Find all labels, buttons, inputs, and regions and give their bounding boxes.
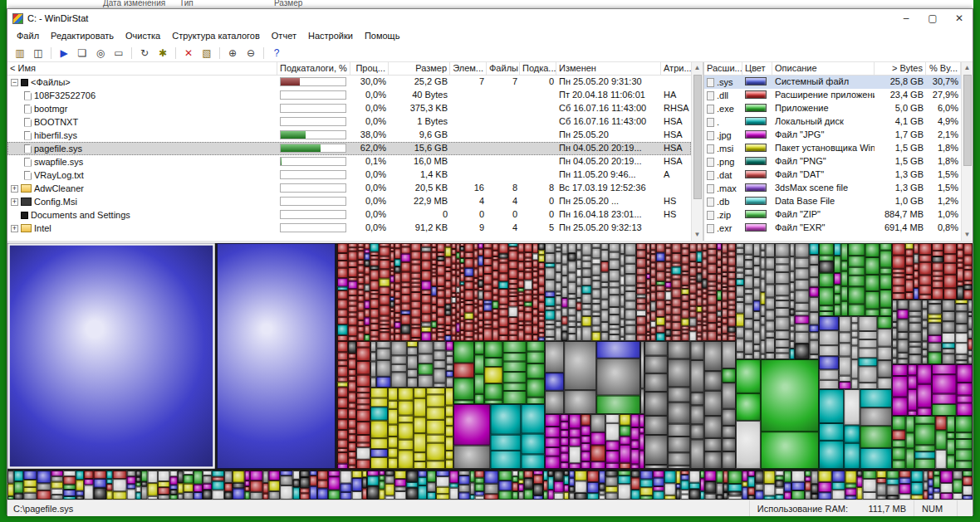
column-header[interactable]: Размер [389,62,450,75]
title-bar[interactable]: C: - WinDirStat – ▢ ✕ [7,9,973,27]
file-row[interactable]: bootmgr0,0%375,3 KBСб 16.07.16 11:43:00R… [7,102,691,115]
color-cell [742,222,772,235]
ext-desc-cell: Системный файл [772,76,875,89]
toolbar-separator [51,47,51,59]
ext-pct-cell: 6,0% [926,102,961,115]
extension-row[interactable]: .datФайл "DAT"1,3 GB1,5% [704,168,961,182]
resume-scan-icon[interactable]: ▶ [56,46,72,61]
column-header[interactable]: Изменен [556,62,661,75]
percentage-bar [280,90,346,100]
scroll-thumb[interactable] [693,75,702,199]
column-header[interactable]: Подка... [520,62,556,75]
column-header[interactable]: % By... [926,62,961,75]
expand-icon[interactable]: + [11,198,18,206]
extension-cell: .zip [704,208,742,222]
extension-row[interactable]: .max3dsMax scene file1,3 GB1,5% [704,182,961,195]
delete-icon[interactable]: ✕ [180,46,197,61]
column-header[interactable]: Расши... [704,62,742,75]
ram-usage-label: Использование RAM: [757,504,848,514]
extension-row[interactable]: .sysСистемный файл25,8 GB30,7% [704,76,961,89]
column-header[interactable]: > Bytes [875,62,926,75]
column-header[interactable]: Атри... [661,62,691,75]
file-row[interactable]: BOOTNXT0,0%1 BytesСб 16.07.16 11:43:00HS… [7,115,691,129]
file-row[interactable]: swapfile.sys0,1%16,0 MBПн 04.05.20 20:19… [7,155,691,168]
menu-item-помощь[interactable]: Помощь [359,29,406,42]
menu-item-структура каталогов[interactable]: Структура каталогов [166,29,266,42]
scroll-down-icon[interactable]: ▼ [692,229,703,241]
folder-dark-icon [21,198,32,206]
maximize-button[interactable]: ▢ [919,10,946,27]
file-row[interactable]: hiberfil.sys38,0%9,6 GBПн 25.05.20HSA [7,129,691,142]
open-folder-icon[interactable]: ▥ [12,46,28,61]
column-header[interactable]: Файлы [487,62,520,75]
expand-icon[interactable]: + [11,225,18,232]
refresh-selected-icon[interactable]: ↻ [136,46,153,61]
file-list-scrollbar[interactable]: ▲ ▼ [691,62,703,241]
show-tree-icon[interactable]: ◫ [30,46,47,61]
subtree-percentage-cell [277,76,350,89]
file-cell [520,89,556,102]
color-swatch [745,117,767,125]
extension-row[interactable]: .dllРасширение приложения23,4 GB27,9% [704,89,961,102]
menu-item-отчет[interactable]: Отчет [266,29,302,42]
minimize-button[interactable]: – [893,10,919,27]
explorer-here-icon[interactable]: ◎ [92,46,109,61]
menu-item-редактировать[interactable]: Редактировать [45,29,120,42]
file-cell: Пн 25.05.20 9:31:30 [556,76,661,89]
extension-row[interactable]: .dbData Base File1,0 GB1,2% [704,195,961,208]
close-button[interactable]: ✕ [946,10,973,27]
extension-row[interactable]: .pngФайл "PNG"1,5 GB1,8% [704,155,961,168]
copy-path-icon[interactable]: ❏ [74,46,91,61]
file-row[interactable]: VRayLog.txt0,0%1,4 KBПн 11.05.20 9:46...… [7,168,691,182]
scroll-thumb[interactable] [963,75,972,166]
new-folder-icon[interactable]: ▧ [198,46,215,61]
column-header[interactable]: Проц... [350,62,389,75]
column-header[interactable]: Подкаталоги, % [277,62,350,75]
treemap-canvas[interactable] [7,243,973,500]
color-swatch [745,157,767,165]
zoom-out-icon[interactable]: ⊖ [243,46,259,61]
file-row[interactable]: +Intel0,0%91,2 KB945Пн 25.05.20 9:32:13 [7,222,691,235]
command-prompt-icon[interactable]: ▭ [110,46,127,61]
file-row[interactable]: Documents and Settings0,0%0000Пн 16.04.1… [7,208,691,222]
file-cell: HS [661,195,691,208]
file-row[interactable]: +Config.Msi0,0%22,9 MB440Пн 25.05.20 ...… [7,195,691,208]
extension-row[interactable]: .jpgФайл "JPG"1,7 GB2,1% [704,129,961,142]
help-icon[interactable]: ? [268,46,285,61]
menu-item-настройки[interactable]: Настройки [302,29,359,42]
file-cell: Пн 25.05.20 9:32:13 [556,222,661,235]
file-row[interactable]: +AdwCleaner0,0%20,5 KB1688Вс 17.03.19 12… [7,182,691,195]
scroll-up-icon[interactable]: ▲ [692,62,703,74]
color-swatch [745,130,767,139]
cleanup-icon[interactable]: ✱ [154,46,171,61]
color-swatch [745,197,767,205]
menu-item-файл[interactable]: Файл [11,29,45,42]
file-row[interactable]: 108F325227060,0%40 BytesПт 20.04.18 11:0… [7,89,691,102]
subtree-percentage-cell [277,102,350,115]
scroll-up-icon[interactable]: ▲ [962,62,973,74]
extension-row[interactable]: .msiПакет установщика Windo...1,5 GB1,8% [704,142,961,155]
zoom-in-icon[interactable]: ⊕ [224,46,241,61]
ext-list-scrollbar[interactable]: ▲ ▼ [961,62,973,241]
menu-item-очистка[interactable]: Очистка [120,29,166,42]
extension-row[interactable]: .Локальный диск4,1 GB4,9% [704,115,961,129]
column-header[interactable]: Элем... [450,62,487,75]
extension-row[interactable]: .exrФайл "EXR"691,4 MB0,8% [704,222,961,235]
percentage-bar [280,117,346,126]
file-type-icon [707,91,714,100]
ext-desc-cell: Файл "PNG" [772,155,875,168]
scroll-down-icon[interactable]: ▼ [962,229,973,241]
column-header[interactable]: Цвет [742,62,772,75]
file-cell [450,115,487,129]
expand-icon[interactable]: + [11,185,18,193]
file-cell: 20,5 KB [389,182,450,195]
column-header[interactable]: Описание [772,62,875,75]
file-row[interactable]: pagefile.sys62,0%15,6 GBПн 04.05.20 20:1… [7,142,691,155]
extension-row[interactable]: .exeПриложение5,0 GB6,0% [704,102,961,115]
file-cell [520,142,556,155]
file-row[interactable]: −<Файлы>30,0%25,2 GB770Пн 25.05.20 9:31:… [7,76,691,89]
column-header[interactable]: < Имя [7,62,277,75]
resize-grip[interactable] [957,500,973,516]
collapse-icon[interactable]: − [11,79,18,86]
extension-row[interactable]: .zipФайл "ZIP"884,7 MB1,0% [704,208,961,222]
